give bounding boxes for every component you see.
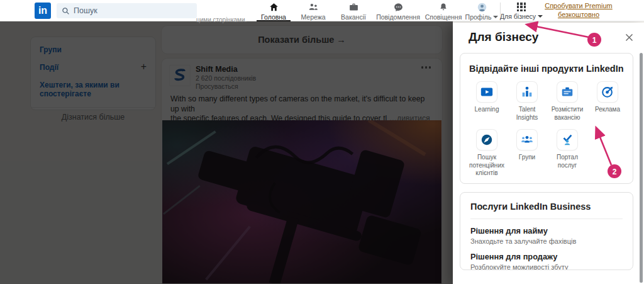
linkedin-logo[interactable]: in <box>35 3 51 19</box>
nav-item-label: Профіль <box>465 13 492 21</box>
nav-item-jobs[interactable]: Вакансії <box>333 0 374 21</box>
service-subtitle: Розблокуйте можливості збуту <box>470 263 623 270</box>
product-label: Розмістити вакансію <box>548 106 587 122</box>
bell-icon <box>438 2 448 13</box>
product-ads[interactable]: Реклама <box>588 82 627 122</box>
sales-compass-icon <box>477 130 497 150</box>
products-grid: Learning Talent Insights <box>467 82 626 178</box>
linkedin-screen: Групи Події + Хештеги, за якими ви спост… <box>0 0 644 284</box>
home-icon <box>269 2 279 13</box>
business-services-card: Послуги LinkedIn Business Рішення для на… <box>460 192 633 270</box>
panel-scrollbar[interactable] <box>640 53 643 283</box>
nav-item-label: Мережа <box>301 13 325 21</box>
services-header: Послуги LinkedIn Business <box>470 202 623 219</box>
learning-icon <box>477 82 497 102</box>
product-talent-insights[interactable]: Talent Insights <box>508 82 547 122</box>
premium-link-line2: безкоштовно <box>542 11 615 20</box>
chat-icon <box>393 2 404 13</box>
service-title: Рішення для найму <box>470 226 623 236</box>
briefcase-icon <box>348 2 359 13</box>
post-job-icon <box>557 82 577 102</box>
top-navigation: in Головна Мережа <box>0 0 644 21</box>
modal-backdrop <box>0 21 453 284</box>
premium-link-line1: Спробувати Premium <box>542 2 615 11</box>
try-premium-link[interactable]: Спробувати Premium безкоштовно <box>542 2 615 19</box>
product-sales-navigator[interactable]: Пошук потенційних клієнтів <box>467 130 506 178</box>
close-button[interactable] <box>623 31 635 46</box>
service-subtitle: Знаходьте та залучайте фахівців <box>470 237 623 245</box>
nav-item-home[interactable]: Головна <box>254 0 293 21</box>
product-label: Learning <box>475 106 499 114</box>
for-business-menu[interactable]: Для бізнесу <box>503 0 540 21</box>
other-products-card: Відвідайте інші продукти LinkedIn Learni… <box>460 53 633 184</box>
nav-item-profile[interactable]: Профіль <box>464 0 499 21</box>
product-groups[interactable]: Групи <box>508 130 547 178</box>
service-hiring[interactable]: Рішення для найму Знаходьте та залучайте… <box>470 226 623 245</box>
product-label: Групи <box>519 154 535 162</box>
for-business-label: Для бізнесу <box>500 13 536 20</box>
product-post-job[interactable]: Розмістити вакансію <box>548 82 587 122</box>
nav-item-label: Вакансії <box>341 13 366 21</box>
product-label: Реклама <box>595 106 620 114</box>
profile-avatar-icon <box>477 2 487 13</box>
ads-target-icon <box>597 82 618 102</box>
search-input[interactable] <box>74 6 187 15</box>
nav-item-label: Повідомлення <box>376 13 420 21</box>
product-service-portal[interactable]: Портал послуг <box>548 130 587 178</box>
products-header: Відвідайте інші продукти LinkedIn <box>469 64 626 74</box>
groups-icon <box>517 130 537 150</box>
previous-post-clipped-text: цими сторінками. <box>196 16 247 23</box>
product-label: Портал послуг <box>548 154 587 169</box>
chevron-down-icon <box>493 16 498 18</box>
panel-title: Для бізнесу <box>469 30 538 44</box>
nav-item-network[interactable]: Мережа <box>293 0 333 21</box>
product-label: Пошук потенційних клієнтів <box>467 154 506 178</box>
nav-item-messaging[interactable]: Повідомлення <box>374 0 423 21</box>
nav-item-notifications[interactable]: Сповіщення <box>423 0 464 21</box>
service-portal-icon <box>557 130 577 150</box>
search-icon <box>62 7 70 15</box>
nav-item-label: Сповіщення <box>425 13 462 21</box>
search-box <box>57 3 197 18</box>
service-sales[interactable]: Рішення для продажу Розблокуйте можливос… <box>470 252 623 270</box>
talent-insights-icon <box>517 82 537 102</box>
product-label: Talent Insights <box>508 106 547 122</box>
service-title: Рішення для продажу <box>470 252 623 261</box>
product-learning[interactable]: Learning <box>467 82 506 122</box>
for-business-panel: Для бізнесу Відвідайте інші продукти Lin… <box>453 23 644 284</box>
network-icon <box>308 2 319 13</box>
nav-items: Головна Мережа Вакансії <box>254 0 499 21</box>
nav-item-label: Головна <box>261 13 286 21</box>
close-icon <box>625 33 634 42</box>
grid-apps-icon <box>517 3 526 11</box>
